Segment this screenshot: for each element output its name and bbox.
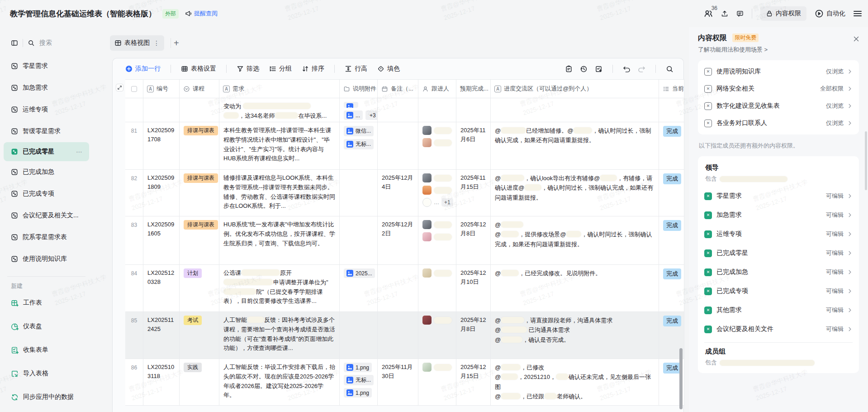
attachment-chip[interactable]: 1.png <box>344 388 372 398</box>
cell-handle[interactable]: 83 <box>125 216 143 265</box>
automation-button[interactable]: 自动化 <box>815 9 845 18</box>
cell-demand[interactable]: 公选课原开申请调整开课单位为"院"（已提交春季学期排课表），目前仅需要修改学生选… <box>219 265 340 312</box>
cell-progress[interactable]: @，已修改@，20251210，确认还未完成，见左侧最后一张图@，已经跟老师确认… <box>491 359 659 406</box>
cell-id[interactable]: LX2025103118 <box>143 359 180 406</box>
cell-course[interactable]: 排课与课表 <box>180 170 219 216</box>
status-badge[interactable]: 完成 <box>663 316 681 326</box>
cell-follower[interactable] <box>418 312 456 359</box>
column-header-课程[interactable]: 课程 <box>180 79 219 98</box>
cell-id[interactable]: LX2025091605 <box>143 216 180 265</box>
cell-course[interactable]: 排课与课表 <box>180 122 219 170</box>
status-badge[interactable]: 完成 <box>663 268 681 279</box>
panel-subtitle-link[interactable]: 了解功能用法和使用场景 > <box>698 46 859 54</box>
remind-review-button[interactable]: 提醒查阅 <box>185 10 218 18</box>
group-permission-row-已完成零星[interactable]: 已完成零星可编辑 <box>704 244 853 263</box>
sidebar-item-会议纪要及相关文...[interactable]: 会议纪要及相关文... <box>0 205 93 226</box>
toolbar-排序-button[interactable]: 排序 <box>299 63 327 75</box>
search-input[interactable]: 搜索 <box>39 39 52 47</box>
permission-row-网络安全相关[interactable]: 网络安全相关全部权限 <box>704 80 853 97</box>
cell-handle[interactable]: 84 <box>125 265 143 312</box>
cell-follower[interactable] <box>418 265 456 312</box>
cell-status[interactable]: 完成 <box>659 122 684 170</box>
cell-id[interactable] <box>143 98 180 122</box>
cell-handle[interactable]: 82 <box>125 170 143 216</box>
cell-id[interactable]: LX2025120328 <box>143 265 180 312</box>
cell-due[interactable]: 2025年11月6日 <box>456 122 491 170</box>
cell-progress[interactable]: @已经增加辅修。@，确认时间过长，强制确认完成，如果还有问题请重新提报。 <box>491 122 659 170</box>
toolbar-添加一行-button[interactable]: 添加一行 <box>123 63 163 75</box>
cell-remark[interactable] <box>378 265 418 312</box>
new-item-工作表[interactable]: 工作表 <box>0 291 93 315</box>
status-badge[interactable]: 完成 <box>663 126 681 137</box>
column-header-备注（...[interactable]: 备注（... <box>378 79 418 98</box>
cell-demand[interactable]: HUB系统"统一发布课表"中增加发布统计比例。优化发布不成功信息，按开课课程、学… <box>219 216 340 265</box>
toolbar-分组-button[interactable]: 分组 <box>266 63 294 75</box>
cell-id[interactable]: LX2025091809 <box>143 170 180 216</box>
collaborators-button[interactable]: 36 <box>704 9 713 18</box>
cell-handle[interactable]: 81 <box>125 122 143 170</box>
cell-follower[interactable] <box>418 216 456 265</box>
group-permission-row-运维专项[interactable]: 运维专项可编辑 <box>704 225 853 244</box>
sidebar-item-已完成加急[interactable]: 已完成加急 <box>0 161 93 183</box>
status-badge[interactable]: 完成 <box>663 363 681 374</box>
cell-remark[interactable] <box>378 98 418 122</box>
attachment-chip[interactable]: 1.png <box>344 363 372 372</box>
cell-remark[interactable]: 2025年12月2日 <box>378 216 418 265</box>
table-vertical-scrollbar[interactable] <box>679 348 683 409</box>
cell-demand[interactable]: 变动为 ，这34名老师在毕设系... <box>219 98 340 122</box>
comment-icon[interactable] <box>736 10 744 17</box>
cell-due[interactable]: 2025年12月10日 <box>456 265 491 312</box>
cell-status[interactable]: 完成 <box>659 170 684 216</box>
cell-remark[interactable] <box>378 122 418 170</box>
menu-icon[interactable] <box>854 10 862 18</box>
share-icon[interactable] <box>721 10 728 17</box>
sidebar-item-运维专项[interactable]: 运维专项 <box>0 99 93 120</box>
column-header-当前[interactable]: 当前 <box>659 79 684 98</box>
new-item-同步应用中的数据[interactable]: 同步应用中的数据 <box>0 385 93 409</box>
cell-attach[interactable]: 微信...无标... <box>340 122 378 170</box>
group-permission-row-已完成专项[interactable]: 已完成专项可编辑 <box>704 282 853 301</box>
cell-handle[interactable]: 85 <box>125 312 143 359</box>
cell-id[interactable]: LX2025112425 <box>143 312 180 359</box>
attachment-chip[interactable]: 无标... <box>344 139 374 149</box>
attachment-chip[interactable]: 微信... <box>344 126 374 136</box>
status-badge[interactable]: 完成 <box>663 173 681 184</box>
group-permission-row-加急需求[interactable]: 加急需求可编辑 <box>704 206 853 225</box>
cell-follower[interactable]: …+1 <box>418 170 456 216</box>
panel-scrollbar[interactable] <box>865 131 867 190</box>
attachment-chip[interactable]: 2025... <box>344 268 375 278</box>
expand-record-button[interactable] <box>116 84 123 91</box>
group-permission-row-零星需求[interactable]: 零星需求可编辑 <box>704 187 853 206</box>
cell-attach[interactable]: 2025... <box>340 265 378 312</box>
cell-due[interactable]: 2025年11月15日 <box>456 170 491 216</box>
column-header-说明附件[interactable]: 说明附件 <box>340 79 378 98</box>
cell-due[interactable]: 2025年12月8日 <box>456 216 491 265</box>
paste-format-icon[interactable] <box>565 65 573 73</box>
cell-course[interactable]: 考试 <box>180 312 219 359</box>
cell-remark[interactable]: 2025年12月4日 <box>378 170 418 216</box>
cell-course[interactable]: 排课与课表 <box>180 216 219 265</box>
cell-progress[interactable]: @，确认look导出有没有辅修@，有辅修，请确认进度@，确认时间过长，强制确认完… <box>491 170 659 216</box>
cell-status[interactable]: 完成 <box>659 265 684 312</box>
record-form-icon[interactable] <box>595 65 602 73</box>
tab-more-icon[interactable]: ⋮ <box>153 39 160 47</box>
sidebar-item-使用说明知识库[interactable]: 使用说明知识库 <box>0 248 93 270</box>
cell-handle[interactable]: 86 <box>125 359 143 406</box>
undo-icon[interactable] <box>623 65 631 73</box>
tab-table-view[interactable]: 表格视图 ⋮ <box>110 35 164 51</box>
toolbar-表格设置-button[interactable]: 表格设置 <box>178 63 219 75</box>
cell-demand[interactable]: 辅修排课及课程信息与LOOK系统、本科生教务管理系统--排课管理有关数据未同步。… <box>219 170 340 216</box>
cell-due[interactable] <box>456 98 491 122</box>
cell-remark[interactable] <box>378 312 418 359</box>
sidebar-item-加急需求[interactable]: 加急需求 <box>0 77 93 99</box>
content-permission-button[interactable]: 内容权限 <box>760 6 806 21</box>
cell-follower[interactable] <box>418 122 456 170</box>
cell-progress[interactable] <box>491 98 659 122</box>
new-item-仪表盘[interactable]: 仪表盘 <box>0 315 93 338</box>
cell-demand[interactable]: 人工智能反馈：毕设工作安排表下载后，抬头的届次不对。现在的应该是2025-202… <box>219 359 340 406</box>
toolbar-筛选-button[interactable]: 筛选 <box>234 63 262 75</box>
attachment-chip[interactable] <box>344 102 358 108</box>
cell-demand[interactable]: 人工智能反馈：因补考考试涉及多个课程，需要增加一个查询补考成绩是否激活的功能（可… <box>219 312 340 359</box>
cell-due[interactable]: 2025年12月8日 <box>456 312 491 359</box>
attachment-more-chip[interactable]: +3 <box>365 110 378 120</box>
